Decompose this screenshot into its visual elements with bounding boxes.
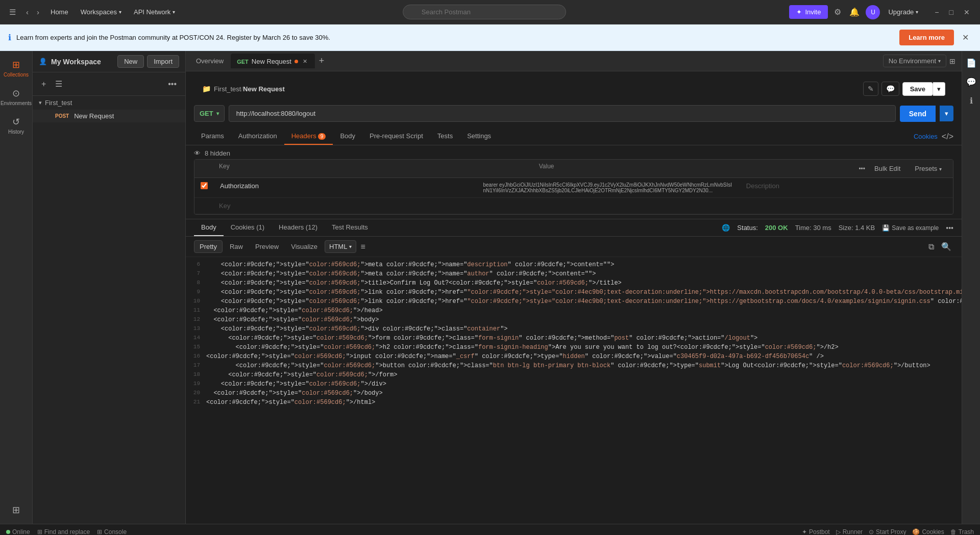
new-tab-button[interactable]: + xyxy=(316,55,328,67)
info-button[interactable]: ℹ xyxy=(967,93,976,109)
runner-item[interactable]: ▷ Runner xyxy=(836,528,863,536)
start-proxy-item[interactable]: ⊙ Start Proxy xyxy=(869,528,906,536)
search-response-button[interactable]: 🔍 xyxy=(939,240,953,253)
filter-button[interactable]: ☰ xyxy=(53,78,65,90)
search-input[interactable] xyxy=(403,5,566,19)
authorization-value: bearer eyJhbGciOiJlUzI1NiIsInR5cCI6IkpXV… xyxy=(477,178,740,197)
invite-button[interactable]: ✦ Invite xyxy=(789,5,828,19)
method-selector[interactable]: GET ▾ xyxy=(194,105,225,122)
preview-button[interactable]: Preview xyxy=(250,241,284,252)
trash-item[interactable]: 🗑 Trash xyxy=(950,528,974,536)
sidebar-item-environments[interactable]: ⊙ Environments xyxy=(2,84,31,110)
line-number: 13 xyxy=(186,325,206,335)
home-link[interactable]: Home xyxy=(46,6,72,18)
save-example-button[interactable]: 💾 Save as example xyxy=(882,224,939,232)
save-button[interactable]: Save xyxy=(902,82,933,96)
chevron-down-icon: ▾ xyxy=(119,9,121,15)
new-button[interactable]: New xyxy=(117,55,144,68)
send-dropdown-button[interactable]: ▾ xyxy=(940,106,953,121)
learn-more-button[interactable]: Learn more xyxy=(899,30,954,45)
line-content: <color:#9cdcfe;">style="color:#569cd6;">… xyxy=(206,362,962,371)
tab-params[interactable]: Params xyxy=(194,128,231,145)
comments-button[interactable]: 💬 xyxy=(963,74,979,90)
upgrade-button[interactable]: Upgrade ▾ xyxy=(884,6,922,18)
find-replace-item[interactable]: ⊞ Find and replace xyxy=(37,528,90,536)
collection-row[interactable]: ▾ First_test xyxy=(33,96,185,110)
sidebar-label-history: History xyxy=(8,129,24,135)
sidebar-item-collections[interactable]: ⊞ Collections xyxy=(2,55,31,82)
tab-tests[interactable]: Tests xyxy=(430,128,460,145)
tab-settings[interactable]: Settings xyxy=(460,128,498,145)
edit-button[interactable]: ✎ xyxy=(863,82,878,96)
resp-tab-body[interactable]: Body xyxy=(194,219,224,236)
back-button[interactable]: ‹ xyxy=(23,6,32,18)
response-time: Time: 30 ms xyxy=(795,224,831,232)
tab-headers[interactable]: Headers9 xyxy=(284,128,333,145)
postbot-label: Postbot xyxy=(809,528,830,536)
copy-button[interactable]: ⧉ xyxy=(926,240,936,253)
docs-button[interactable]: 📄 xyxy=(963,55,979,71)
cookies-link[interactable]: Cookies xyxy=(914,133,938,140)
bulk-edit-button[interactable]: Bulk Edit xyxy=(869,163,905,174)
settings-button[interactable]: ⚙ xyxy=(832,5,843,19)
tab-new-request[interactable]: GET New Request ✕ xyxy=(231,54,315,68)
resp-tab-headers[interactable]: Headers (12) xyxy=(272,219,325,236)
environment-selector[interactable]: No Environment ▾ xyxy=(883,55,946,67)
workspaces-dropdown[interactable]: Workspaces ▾ xyxy=(77,6,126,18)
line-number: 19 xyxy=(186,380,206,390)
avatar[interactable]: U xyxy=(866,5,880,19)
code-area: 6 <color:#9cdcfe;">style="color:#569cd6;… xyxy=(186,257,962,524)
code-line: 12 <color:#9cdcfe;">style="color:#569cd6… xyxy=(186,316,962,325)
online-status[interactable]: Online xyxy=(6,528,30,536)
banner-close-button[interactable]: ✕ xyxy=(959,32,972,43)
env-options-button[interactable]: ⊞ xyxy=(947,55,958,67)
format-type-selector[interactable]: HTML ▾ xyxy=(325,240,356,253)
collection-child-item[interactable]: POST New Request xyxy=(33,110,185,122)
empty-key-cell[interactable]: Key xyxy=(213,198,459,214)
add-collection-button[interactable]: + xyxy=(39,78,48,90)
cookies-status-item[interactable]: 🍪 Cookies xyxy=(912,528,944,536)
tab-pre-request[interactable]: Pre-request Script xyxy=(362,128,430,145)
wrap-lines-button[interactable]: ≡ xyxy=(358,240,367,253)
code-line: 21<color:#9cdcfe;">style="color:#569cd6;… xyxy=(186,399,962,408)
maximize-button[interactable]: □ xyxy=(945,6,958,18)
tab-close-button[interactable]: ✕ xyxy=(301,58,309,65)
authorization-checkbox[interactable] xyxy=(201,182,208,189)
send-button[interactable]: Send xyxy=(900,106,936,122)
sidebar-item-runner[interactable]: ⊞ xyxy=(2,500,31,520)
tab-authorization[interactable]: Authorization xyxy=(231,128,284,145)
pretty-button[interactable]: Pretty xyxy=(194,240,223,253)
presets-button[interactable]: Presets ▾ xyxy=(910,163,947,174)
postbot-item[interactable]: ✦ Postbot xyxy=(802,528,830,536)
response-section: Body Cookies (1) Headers (12) Test Resul… xyxy=(186,219,962,524)
more-options-button[interactable]: ••• xyxy=(165,78,179,90)
save-dropdown-button[interactable]: ▾ xyxy=(933,82,945,96)
visualize-button[interactable]: Visualize xyxy=(286,241,323,252)
code-line: 15 <color:#9cdcfe;">style="color:#569cd6… xyxy=(186,344,962,353)
request-tabs: Params Authorization Headers9 Body Pre-r… xyxy=(186,128,962,145)
sidebar-item-history[interactable]: ↺ History xyxy=(2,112,31,139)
import-button[interactable]: Import xyxy=(147,55,179,68)
comment-button[interactable]: 💬 xyxy=(881,82,899,96)
url-input[interactable] xyxy=(229,105,896,122)
line-content: <color:#9cdcfe;">style="color:#569cd6;">… xyxy=(206,353,962,362)
tab-body[interactable]: Body xyxy=(333,128,362,145)
raw-button[interactable]: Raw xyxy=(225,241,248,252)
console-item[interactable]: ⊞ Console xyxy=(97,528,127,536)
minimize-button[interactable]: − xyxy=(930,6,943,18)
chevron-down-icon: ▾ xyxy=(349,244,352,249)
menu-button[interactable]: ☰ xyxy=(6,6,19,19)
tab-overview[interactable]: Overview xyxy=(190,54,230,68)
resp-tab-test-results[interactable]: Test Results xyxy=(325,219,375,236)
resp-tab-cookies[interactable]: Cookies (1) xyxy=(224,219,272,236)
notifications-button[interactable]: 🔔 xyxy=(847,5,862,19)
api-network-dropdown[interactable]: API Network ▾ xyxy=(130,6,179,18)
line-number: 8 xyxy=(186,279,206,289)
close-button[interactable]: ✕ xyxy=(960,6,974,18)
forward-button[interactable]: › xyxy=(34,6,42,18)
more-response-button[interactable]: ••• xyxy=(946,224,953,232)
empty-value-cell[interactable] xyxy=(459,198,706,214)
breadcrumb-collection[interactable]: First_test xyxy=(214,85,241,93)
code-icon[interactable]: </> xyxy=(942,132,953,141)
empty-desc-cell[interactable] xyxy=(706,198,953,214)
